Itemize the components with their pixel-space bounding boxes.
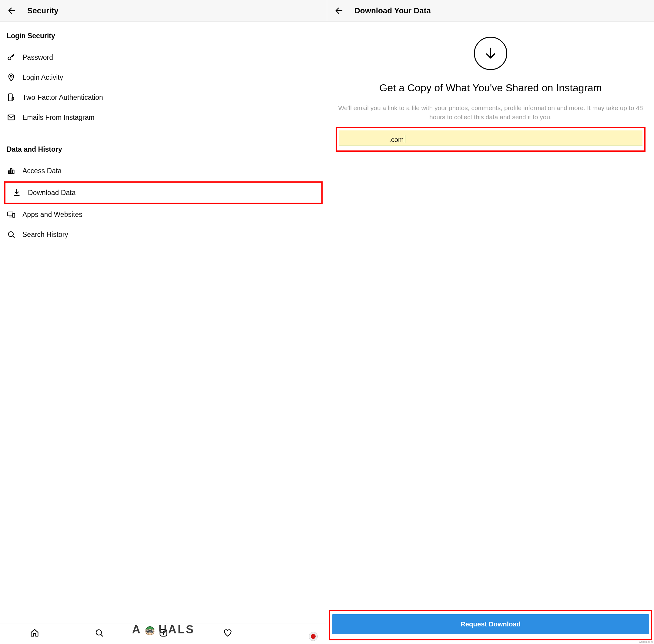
search-icon [7,230,16,239]
home-icon [30,628,39,637]
menu-label: Emails From Instagram [22,113,95,122]
svg-rect-13 [7,212,13,216]
menu-label: Apps and Websites [22,210,82,219]
bottom-nav [0,623,327,644]
page-title-download: Download Your Data [355,6,431,16]
menu-label: Download Data [28,189,75,197]
devices-icon [7,210,16,219]
text-cursor [405,135,405,143]
nav-home[interactable] [29,628,40,638]
menu-label: Access Data [22,167,62,175]
back-button-security[interactable] [7,5,17,16]
menu-label: Two-Factor Authentication [22,93,103,101]
menu-label: Search History [22,231,68,239]
download-content: Get a Copy of What You've Shared on Inst… [327,22,654,610]
svg-line-24 [101,634,102,636]
heart-icon [223,628,232,637]
phone-shield-icon [7,93,16,102]
menu-login-activity[interactable]: Login Activity [0,67,327,87]
highlight-download-data: Download Data [4,181,322,204]
page-title-security: Security [27,6,58,16]
nav-activity[interactable] [222,628,233,638]
mail-icon [7,113,16,122]
bar-chart-icon [7,166,16,175]
download-circle-icon [474,37,507,70]
plus-box-icon [159,628,168,637]
record-indicator [309,632,318,641]
email-visible-suffix: .com [389,136,404,144]
key-icon [7,53,16,62]
location-pin-icon [7,73,16,82]
request-download-button[interactable]: Request Download [332,614,649,634]
download-icon [12,188,21,197]
menu-password[interactable]: Password [0,47,327,67]
download-data-screen: Download Your Data Get a Copy of What Yo… [327,0,654,644]
header-download: Download Your Data [327,0,654,22]
menu-two-factor[interactable]: Two-Factor Authentication [0,87,327,107]
search-icon [95,628,104,637]
svg-line-3 [13,55,14,56]
menu-label: Password [22,53,53,62]
arrow-left-icon [7,6,16,15]
menu-emails-instagram[interactable]: Emails From Instagram [0,107,327,128]
site-credit: wsxdn.com [639,640,653,643]
menu-access-data[interactable]: Access Data [0,161,327,181]
security-screen: Security Login Security Password Login A… [0,0,327,644]
svg-rect-9 [10,169,12,174]
download-description: We'll email you a link to a file with yo… [336,104,646,122]
nav-search[interactable] [94,628,104,638]
menu-search-history[interactable]: Search History [0,225,327,245]
download-heading: Get a Copy of What You've Shared on Inst… [378,81,604,95]
svg-point-5 [10,75,12,77]
divider [0,133,327,133]
highlight-request-button: Request Download [329,610,652,640]
header-security: Security [0,0,327,22]
menu-download-data[interactable]: Download Data [5,183,321,203]
svg-rect-8 [8,171,10,174]
arrow-left-icon [334,6,343,15]
svg-rect-10 [13,170,14,174]
back-button-download[interactable] [334,5,344,16]
section-login-security: Login Security [0,22,327,47]
email-redacted-prefix [342,136,344,144]
nav-new-post[interactable] [158,628,169,638]
arrow-down-icon [483,46,498,61]
svg-line-4 [12,56,13,56]
svg-rect-15 [13,213,15,217]
highlight-email-field: .com [336,127,646,152]
security-menu-list: Login Security Password Login Activity T… [0,22,327,623]
section-data-history: Data and History [0,135,327,161]
svg-line-17 [13,236,15,238]
menu-apps-websites[interactable]: Apps and Websites [0,204,327,225]
menu-label: Login Activity [22,73,63,82]
email-input[interactable]: .com [339,131,643,146]
